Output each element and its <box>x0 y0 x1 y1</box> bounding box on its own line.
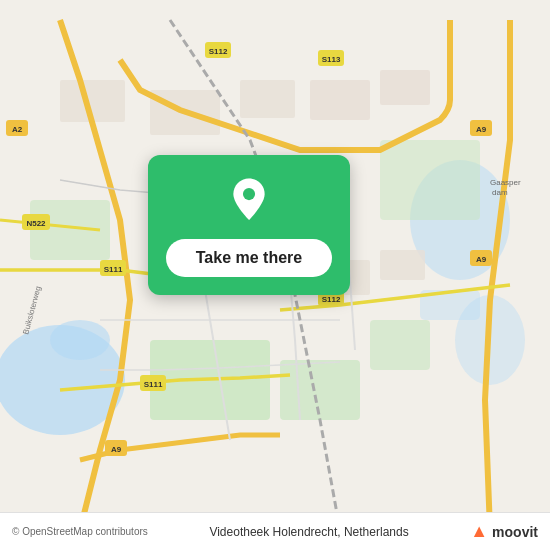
svg-rect-11 <box>310 80 370 120</box>
osm-text: © OpenStreetMap contributors <box>12 526 148 537</box>
svg-text:S111: S111 <box>144 380 163 389</box>
svg-point-43 <box>243 188 255 200</box>
moovit-icon: ▲ <box>470 521 488 542</box>
svg-text:A9: A9 <box>476 255 487 264</box>
svg-text:Gaasper: Gaasper <box>490 178 521 187</box>
osm-attribution: © OpenStreetMap contributors <box>12 526 148 537</box>
svg-text:A2: A2 <box>12 125 23 134</box>
svg-rect-8 <box>370 320 430 370</box>
svg-text:dam: dam <box>492 188 508 197</box>
svg-text:S111: S111 <box>104 265 123 274</box>
svg-rect-16 <box>240 80 295 118</box>
svg-text:N522: N522 <box>26 219 46 228</box>
location-name: Videotheek Holendrecht, Netherlands <box>209 525 408 539</box>
svg-rect-10 <box>380 140 480 220</box>
svg-text:S112: S112 <box>209 47 228 56</box>
svg-rect-14 <box>380 250 425 280</box>
take-me-there-button[interactable]: Take me there <box>166 239 332 277</box>
svg-text:A9: A9 <box>111 445 122 454</box>
svg-rect-7 <box>280 360 360 420</box>
map-container: S112 S113 S112 S111 S111 N522 A9 A9 A9 A… <box>0 0 550 550</box>
map-pin-icon <box>223 175 275 227</box>
svg-text:A9: A9 <box>476 125 487 134</box>
svg-point-2 <box>50 320 110 360</box>
bottom-bar: © OpenStreetMap contributors Videotheek … <box>0 512 550 550</box>
moovit-text: moovit <box>492 524 538 540</box>
svg-text:S113: S113 <box>322 55 341 64</box>
svg-text:S112: S112 <box>322 295 341 304</box>
moovit-logo: ▲ moovit <box>470 521 538 542</box>
location-card: Take me there <box>148 155 350 295</box>
svg-rect-12 <box>380 70 430 105</box>
